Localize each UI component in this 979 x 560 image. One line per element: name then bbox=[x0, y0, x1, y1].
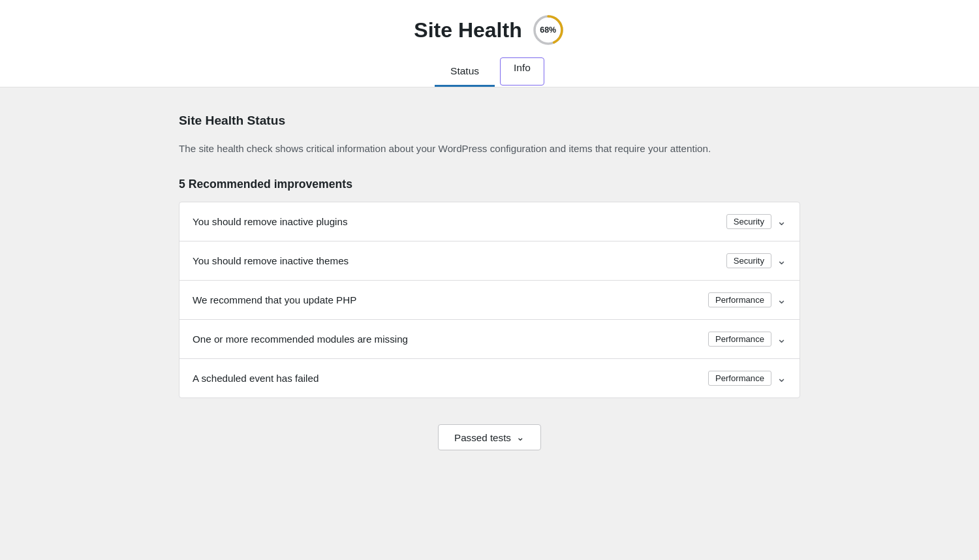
page-header: Site Health 68% Status Info bbox=[0, 0, 979, 87]
description-text: The site health check shows critical inf… bbox=[179, 141, 800, 157]
issue-right: Performance ⌄ bbox=[708, 292, 786, 307]
chevron-down-icon: ⌄ bbox=[777, 215, 786, 228]
passed-tests-label: Passed tests bbox=[454, 432, 511, 443]
title-row: Site Health 68% bbox=[0, 13, 979, 47]
tab-status[interactable]: Status bbox=[435, 59, 495, 87]
chevron-down-icon: ⌄ bbox=[516, 431, 525, 443]
chevron-down-icon: ⌄ bbox=[777, 332, 786, 346]
issue-label: We recommend that you update PHP bbox=[193, 294, 356, 305]
issues-list: You should remove inactive plugins Secur… bbox=[179, 202, 800, 398]
passed-tests-button[interactable]: Passed tests ⌄ bbox=[438, 424, 541, 450]
issue-label: You should remove inactive plugins bbox=[193, 216, 348, 227]
issue-row-inactive-themes[interactable]: You should remove inactive themes Securi… bbox=[179, 241, 800, 281]
page-title: Site Health bbox=[414, 18, 521, 42]
improvements-heading: 5 Recommended improvements bbox=[179, 178, 800, 191]
chevron-down-icon: ⌄ bbox=[777, 371, 786, 385]
issue-right: Performance ⌄ bbox=[708, 332, 786, 347]
chevron-down-icon: ⌄ bbox=[777, 293, 786, 307]
issue-right: Security ⌄ bbox=[726, 214, 786, 229]
issue-tag: Performance bbox=[708, 292, 771, 307]
issue-tag: Performance bbox=[708, 371, 771, 386]
issue-label: One or more recommended modules are miss… bbox=[193, 334, 408, 345]
issue-right: Security ⌄ bbox=[726, 253, 786, 268]
issue-tag: Security bbox=[726, 253, 771, 268]
tab-info[interactable]: Info bbox=[500, 57, 544, 86]
issue-label: A scheduled event has failed bbox=[193, 373, 319, 384]
issue-label: You should remove inactive themes bbox=[193, 255, 349, 266]
issue-right: Performance ⌄ bbox=[708, 371, 786, 386]
issue-row-inactive-plugins[interactable]: You should remove inactive plugins Secur… bbox=[179, 202, 800, 241]
issue-row-missing-modules[interactable]: One or more recommended modules are miss… bbox=[179, 320, 800, 359]
issue-tag: Performance bbox=[708, 332, 771, 347]
section-title: Site Health Status bbox=[179, 114, 800, 128]
tabs-nav: Status Info bbox=[0, 59, 979, 87]
health-score-badge: 68% bbox=[531, 13, 565, 47]
issue-row-scheduled-event[interactable]: A scheduled event has failed Performance… bbox=[179, 359, 800, 397]
chevron-down-icon: ⌄ bbox=[777, 254, 786, 268]
main-content: Site Health Status The site health check… bbox=[163, 87, 816, 490]
issue-tag: Security bbox=[726, 214, 771, 229]
issue-row-update-php[interactable]: We recommend that you update PHP Perform… bbox=[179, 281, 800, 320]
health-score-text: 68% bbox=[540, 25, 556, 35]
